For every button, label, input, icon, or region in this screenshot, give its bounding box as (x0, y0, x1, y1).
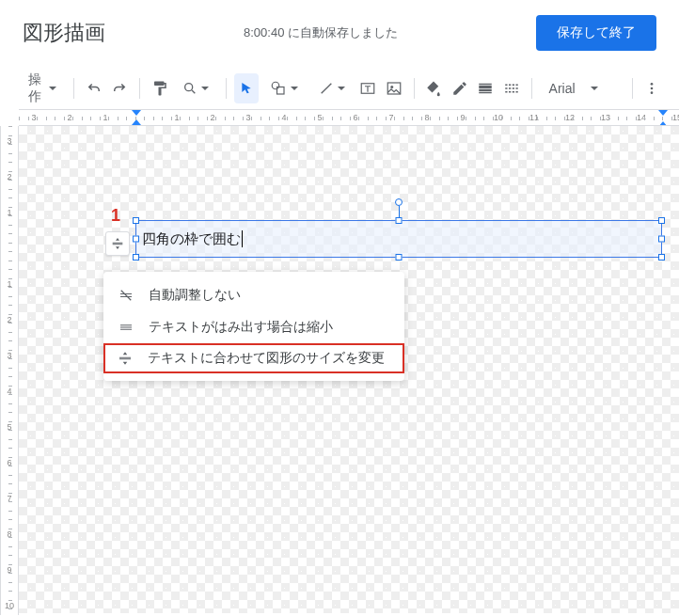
ruler-area: 321123456789101112131415 32112345678910 … (0, 109, 679, 126)
toolbar-separator (414, 78, 415, 99)
resize-handle-nw[interactable] (133, 217, 139, 224)
resize-handle-w[interactable] (133, 236, 139, 243)
toolbar-separator (531, 78, 532, 99)
resize-shape-icon (116, 349, 134, 368)
shape-tool-button[interactable] (261, 73, 308, 103)
font-picker[interactable]: Arial (540, 81, 624, 96)
undo-button[interactable] (82, 73, 106, 103)
dialog-header: 図形描画 8:00:40 に自動保存しました 保存して終了 (0, 0, 679, 68)
toolbar-separator (226, 78, 227, 99)
border-dash-button[interactable] (499, 73, 524, 103)
chevron-down-icon (591, 87, 598, 90)
textbox-icon (359, 80, 376, 97)
chevron-down-icon (338, 87, 345, 90)
undo-icon (86, 80, 103, 97)
left-indent-marker[interactable] (132, 110, 141, 116)
toolbar-separator (139, 78, 140, 99)
menu-item-label: テキストがはみ出す場合は縮小 (149, 319, 333, 336)
resize-handle-e[interactable] (658, 236, 665, 243)
toolbar-separator (632, 78, 633, 99)
more-vertical-icon (644, 81, 659, 96)
pencil-icon (451, 80, 468, 97)
font-name-label: Arial (549, 81, 576, 96)
svg-point-6 (651, 83, 654, 86)
rotate-handle[interactable] (395, 198, 403, 206)
line-tool-button[interactable] (309, 73, 355, 103)
chevron-down-icon (201, 87, 209, 90)
drawing-canvas[interactable]: 四角の枠で囲む 1 2 自動調整しない テキストがはみ出す場合は縮小 (19, 126, 679, 613)
toolbar-separator (73, 78, 74, 99)
no-autofit-icon (117, 286, 135, 305)
toolbar: 操作 Aria (0, 68, 679, 109)
resize-handle-se[interactable] (658, 254, 665, 261)
svg-point-8 (651, 91, 654, 94)
text-cursor (242, 230, 243, 247)
line-icon (319, 81, 334, 96)
menu-item-label: 自動調整しない (149, 287, 241, 304)
autofit-options-button[interactable] (105, 231, 130, 256)
autosave-status: 8:00:40 に自動保存しました (105, 24, 536, 41)
left-indent-marker-bottom[interactable] (132, 119, 141, 125)
autofit-icon (110, 236, 125, 251)
resize-handle-s[interactable] (396, 254, 403, 261)
autofit-popup-menu: 自動調整しない テキストがはみ出す場合は縮小 テキストに合わせて図形のサイズを変… (103, 272, 404, 381)
selected-textbox-shape[interactable]: 四角の枠で囲む (135, 220, 662, 258)
svg-point-5 (390, 86, 393, 88)
svg-point-1 (272, 82, 279, 89)
actions-menu-label: 操作 (24, 71, 45, 105)
chevron-down-icon (49, 87, 56, 90)
menu-item-shrink-on-overflow[interactable]: テキストがはみ出す場合は縮小 (103, 311, 404, 343)
redo-icon (111, 80, 128, 97)
zoom-icon (182, 81, 197, 96)
paint-format-button[interactable] (148, 73, 172, 103)
cursor-icon (239, 81, 254, 96)
shape-text-content[interactable]: 四角の枠で囲む (142, 230, 241, 248)
shapes-icon (270, 80, 287, 97)
svg-point-7 (651, 87, 654, 90)
vertical-ruler[interactable]: 32112345678910 (0, 126, 19, 615)
svg-point-0 (185, 84, 193, 91)
paint-roller-icon (151, 80, 168, 97)
resize-handle-ne[interactable] (658, 217, 665, 224)
redo-button[interactable] (107, 73, 132, 103)
fill-color-button[interactable] (422, 73, 447, 103)
line-dash-icon (503, 80, 520, 97)
image-tool-button[interactable] (382, 73, 406, 103)
zoom-button[interactable] (173, 73, 218, 103)
border-color-button[interactable] (448, 73, 472, 103)
line-weight-icon (477, 80, 494, 97)
border-weight-button[interactable] (474, 73, 498, 103)
actions-menu-button[interactable]: 操作 (15, 73, 66, 103)
right-indent-marker[interactable] (658, 110, 668, 116)
resize-handle-sw[interactable] (133, 254, 139, 261)
chevron-down-icon (291, 87, 298, 90)
annotation-1: 1 (111, 206, 120, 226)
horizontal-ruler[interactable]: 321123456789101112131415 (19, 109, 679, 126)
paint-bucket-icon (425, 80, 442, 97)
menu-item-no-autofit[interactable]: 自動調整しない (103, 279, 404, 311)
resize-handle-n[interactable] (396, 217, 403, 224)
app-title: 図形描画 (23, 19, 105, 47)
menu-item-resize-shape-to-fit[interactable]: テキストに合わせて図形のサイズを変更 (103, 343, 404, 373)
more-tools-button[interactable] (640, 73, 664, 103)
image-icon (386, 80, 403, 97)
save-and-close-button[interactable]: 保存して終了 (536, 15, 656, 51)
select-tool-button[interactable] (234, 73, 259, 103)
menu-item-label: テキストに合わせて図形のサイズを変更 (148, 350, 385, 367)
shrink-overflow-icon (117, 318, 135, 337)
textbox-tool-button[interactable] (356, 73, 381, 103)
